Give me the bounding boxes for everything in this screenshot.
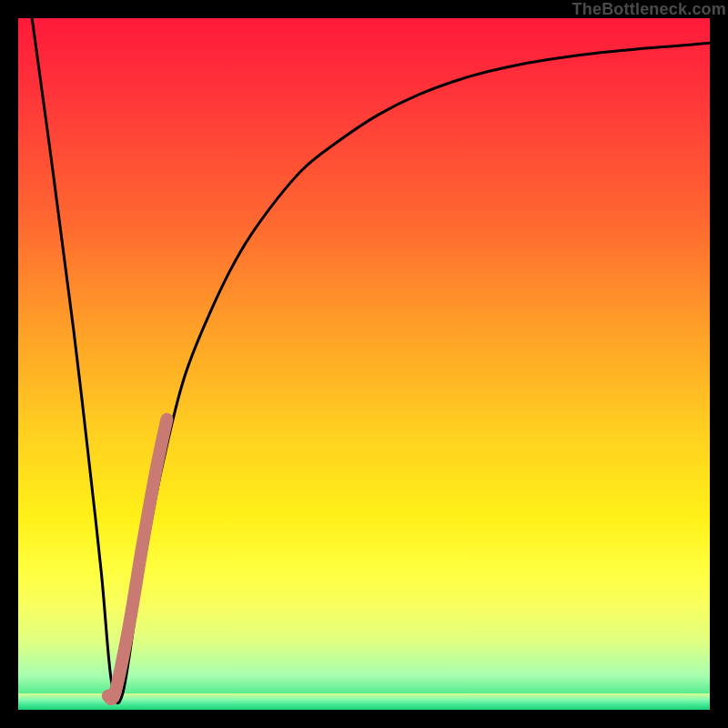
highlight-segment — [108, 420, 167, 699]
plot-area — [18, 18, 710, 710]
chart-stage: TheBottleneck.com — [0, 0, 728, 728]
curve-layer — [18, 18, 710, 710]
watermark-text: TheBottleneck.com — [572, 0, 726, 19]
